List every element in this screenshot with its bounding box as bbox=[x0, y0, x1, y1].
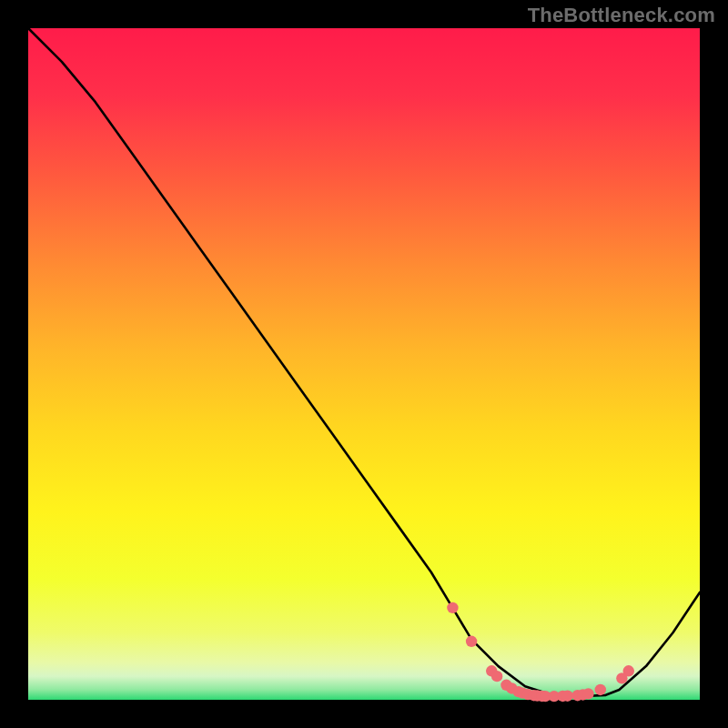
marker-dot bbox=[595, 684, 606, 695]
marker-dot bbox=[491, 671, 502, 682]
chart-frame: { "watermark": "TheBottleneck.com", "cha… bbox=[0, 0, 728, 728]
marker-dot bbox=[466, 636, 477, 647]
watermark-text: TheBottleneck.com bbox=[528, 4, 715, 27]
marker-dot bbox=[582, 688, 593, 699]
marker-dot bbox=[447, 602, 458, 613]
gradient-line-chart bbox=[0, 0, 728, 728]
plot-background bbox=[28, 28, 700, 700]
marker-dot bbox=[561, 691, 572, 702]
marker-dot bbox=[623, 665, 634, 676]
